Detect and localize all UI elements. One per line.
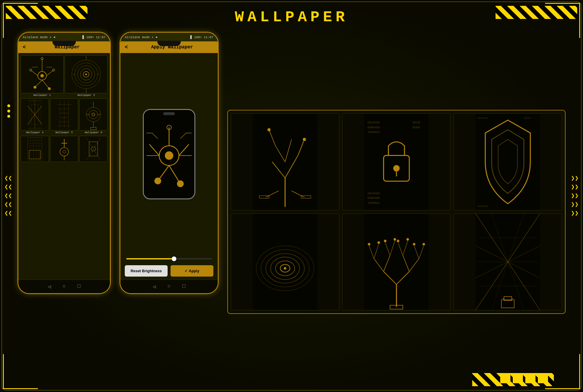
status-battery-middle: ▊ 100+ 11:07: [190, 35, 213, 39]
nav-back-middle[interactable]: ◁: [153, 283, 156, 290]
svg-text:11010011: 11010011: [368, 131, 380, 134]
wallpaper-cell-6[interactable]: Wallpaper 6: [79, 99, 108, 135]
svg-text:10110: 10110: [412, 121, 420, 124]
wallpaper-cell-1[interactable]: Wallpaper 1: [21, 55, 64, 97]
svg-text:01001: 01001: [412, 126, 420, 129]
svg-point-12: [48, 87, 51, 90]
gallery-item-5[interactable]: [342, 213, 451, 310]
phone-left: Airplane mode ✈ ● ▊ 100+ 11:07 < Wallpap…: [17, 32, 111, 294]
main-container: ❮❮ ❮❮ ❮❮ ❮❮ ❮❮ ❯❯ ❯❯ ❯❯ ❯❯ ❯❯ Wallpaper: [0, 0, 583, 392]
wallpaper-label-5: Wallpaper 5: [50, 131, 78, 135]
svg-text:11010011: 11010011: [368, 202, 380, 205]
nav-recent-left[interactable]: □: [77, 283, 80, 290]
hazard-stripe-top-left: [6, 6, 87, 19]
wallpaper-label-4: Wallpaper 4: [21, 131, 49, 135]
gallery-item-2[interactable]: 10110101 01001010 11010011 10110 01001 1…: [342, 113, 451, 210]
wallpaper-cell-3[interactable]: Wallpaper 3: [65, 55, 108, 97]
wallpaper-cell-8[interactable]: [50, 136, 78, 162]
svg-point-146: [377, 241, 380, 244]
phone-left-notch: [52, 41, 76, 46]
svg-point-86: [177, 180, 184, 187]
wallpaper-cell-4[interactable]: Wallpaper 4: [21, 99, 49, 135]
wallpaper-thumb-1[interactable]: [21, 55, 64, 93]
brightness-slider[interactable]: [120, 255, 218, 262]
page-title: Wallpaper: [235, 9, 348, 26]
status-airplane-middle: Airplane mode ✈ ●: [125, 35, 157, 39]
phone-left-screen: Airplane mode ✈ ● ▊ 100+ 11:07 < Wallpap…: [18, 33, 110, 293]
slider-fill: [126, 258, 173, 259]
svg-text:01001010: 01001010: [477, 205, 488, 208]
svg-point-149: [397, 240, 399, 242]
phone-left-status-bar: Airplane mode ✈ ● ▊ 100+ 11:07: [18, 33, 110, 41]
gallery-item-4[interactable]: [231, 213, 339, 310]
svg-point-99: [267, 128, 271, 131]
wallpaper-thumb-5[interactable]: [50, 99, 78, 131]
svg-rect-55: [26, 136, 43, 162]
svg-point-128: [284, 267, 287, 270]
wallpaper-thumb-3[interactable]: [65, 55, 108, 93]
wallpaper-label-6: Wallpaper 6: [79, 131, 108, 135]
svg-text:10110101: 10110101: [368, 121, 380, 124]
svg-point-84: [154, 177, 161, 184]
slider-track[interactable]: [126, 258, 212, 259]
phone-middle-nav: ◁ ○ □: [120, 280, 218, 293]
grid-row-1: Wallpaper 1: [21, 55, 108, 97]
svg-point-150: [406, 238, 409, 241]
wallpaper-thumb-6[interactable]: [79, 99, 108, 131]
svg-point-10: [34, 86, 36, 89]
svg-text:10110101: 10110101: [368, 192, 380, 195]
svg-point-152: [422, 243, 425, 245]
inner-phone-preview: [143, 109, 195, 199]
svg-point-151: [413, 243, 415, 245]
apply-button[interactable]: ✓ Apply: [171, 265, 213, 277]
content-area: Airplane mode ✈ ● ▊ 100+ 11:07 < Wallpap…: [0, 32, 583, 392]
phone-middle-notch: [157, 41, 181, 46]
phone-middle-status-bar: Airplane mode ✈ ● ▊ 100+ 11:07: [120, 33, 218, 41]
svg-text:10110101: 10110101: [477, 117, 488, 119]
svg-point-21: [85, 73, 87, 75]
nav-recent-middle[interactable]: □: [182, 283, 185, 290]
nav-home-left[interactable]: ○: [63, 283, 66, 290]
status-battery-left: ▊ 100+ 11:07: [82, 35, 106, 39]
nav-home-middle[interactable]: ○: [168, 283, 171, 290]
grid-row-2: Wallpaper 4: [21, 99, 108, 135]
phone-middle: Airplane mode ✈ ● ▊ 100+ 11:07 < Apply W…: [120, 32, 219, 294]
svg-point-145: [368, 243, 370, 245]
reset-brightness-button[interactable]: Reset Brightness: [125, 265, 168, 277]
wallpaper-thumb-8[interactable]: [50, 136, 78, 162]
svg-point-107: [393, 165, 400, 172]
svg-text:10110: 10110: [524, 117, 531, 119]
back-button-middle[interactable]: <: [125, 44, 128, 50]
svg-point-147: [384, 240, 387, 242]
wallpaper-cell-5[interactable]: Wallpaper 5: [50, 99, 78, 135]
svg-point-100: [303, 138, 306, 141]
grid-row-3: [21, 136, 108, 162]
phone-buttons: Reset Brightness ✓ Apply: [120, 262, 218, 280]
status-airplane-left: Airplane mode ✈ ●: [23, 35, 55, 39]
wallpaper-thumb-4[interactable]: [21, 99, 49, 131]
svg-point-148: [394, 238, 396, 241]
hazard-stripe-top-right: [496, 6, 577, 19]
gallery-panel: 10110101 01001010 11010011 10110 01001 1…: [227, 110, 566, 314]
svg-point-2: [41, 74, 44, 78]
preview-container: [120, 53, 218, 255]
slider-thumb[interactable]: [172, 256, 176, 261]
gallery-item-6[interactable]: [454, 213, 562, 310]
svg-text:01001010: 01001010: [368, 126, 380, 129]
back-button-left[interactable]: <: [23, 44, 26, 50]
svg-text:01001010: 01001010: [368, 197, 380, 200]
wallpaper-cell-9[interactable]: [79, 136, 108, 162]
gallery-item-1[interactable]: [231, 113, 339, 210]
wallpaper-grid: Wallpaper 1: [18, 53, 110, 280]
phone-middle-screen: Airplane mode ✈ ● ▊ 100+ 11:07 < Apply W…: [120, 33, 218, 293]
wallpaper-cell-7[interactable]: [21, 136, 49, 162]
phone-left-nav: ◁ ○ □: [18, 280, 110, 293]
wallpaper-thumb-9[interactable]: [79, 136, 108, 162]
nav-back-left[interactable]: ◁: [48, 283, 51, 290]
gallery-item-3[interactable]: 10110101 10110 01001010: [454, 113, 562, 210]
wallpaper-label-1: Wallpaper 1: [21, 93, 64, 97]
wallpaper-thumb-7[interactable]: [21, 136, 49, 162]
wallpaper-label-3: Wallpaper 3: [65, 93, 108, 97]
svg-point-76: [165, 151, 173, 160]
